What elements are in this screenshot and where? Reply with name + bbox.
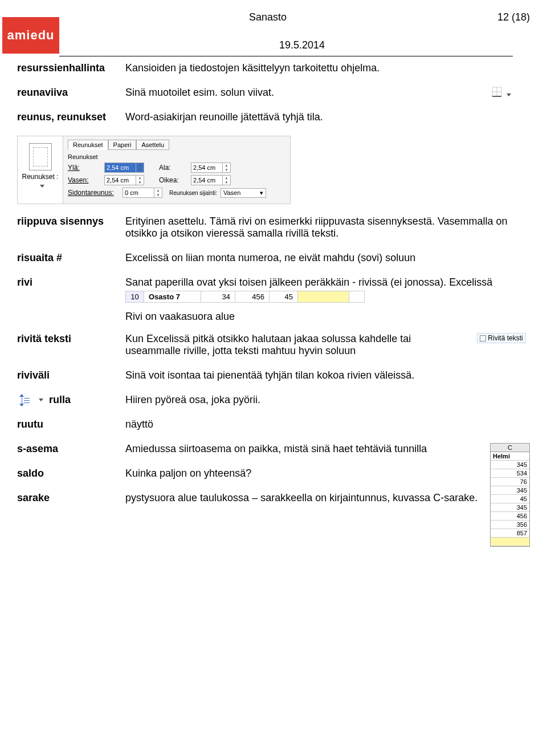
input-top-margin[interactable]: 2,54 cm▲▼ — [104, 162, 144, 173]
tab-paperi[interactable]: Paperi — [108, 140, 137, 150]
entry-saldo: saldo Kuinka paljon on yhteensä? — [17, 468, 484, 479]
line-spacing-icon[interactable] — [17, 395, 30, 405]
row-number-cell: 10 — [126, 291, 144, 302]
term: reunaviiva — [17, 87, 125, 99]
label-vasen: Vasen: — [68, 176, 101, 184]
definition: pystysuora alue taulukossa – sarakkeella… — [125, 492, 484, 504]
definition: Kuinka paljon on yhteensä? — [125, 468, 484, 479]
entry-reunaviiva: reunaviiva Sinä muotoilet esim. solun vi… — [17, 87, 530, 99]
chevron-down-icon — [39, 399, 43, 401]
section-heading: Reunukset — [68, 153, 285, 160]
term: reunus, reunukset — [17, 111, 125, 123]
label-ala: Ala: — [159, 164, 187, 172]
tab-asettelu[interactable]: Asettelu — [136, 140, 169, 150]
border-grid-icon — [492, 87, 502, 97]
column-c-cell: 76 — [491, 478, 529, 486]
definition: näyttö — [125, 418, 530, 430]
column-c-cell: Helmi — [491, 452, 529, 461]
entry-reunus: reunus, reunukset Word-asiakirjan reunoi… — [17, 111, 530, 123]
entry-rivita-teksti: rivitä teksti Kun Excelissä pitkä otsikk… — [17, 333, 530, 357]
entry-resurssienhallinta: resurssienhallinta Kansioiden ja tiedost… — [17, 62, 530, 74]
column-c-cell: 345 — [491, 461, 529, 469]
doc-date: 19.5.2014 — [17, 39, 530, 51]
column-c-cell: 456 — [491, 512, 529, 521]
input-left-margin[interactable]: 2,54 cm▲▼ — [104, 175, 144, 185]
logo: amiedu — [2, 17, 59, 57]
column-c-cell: 857 — [491, 529, 529, 538]
input-gutter[interactable]: 0 cm▲▼ — [123, 188, 162, 198]
header-divider — [17, 56, 513, 56]
excel-row-example: 10 Osasto 7 34 456 45 — [125, 291, 365, 303]
page-number: 12 (18) — [462, 11, 530, 23]
definition: Kansioiden ja tiedostojen käsittelyyn ta… — [125, 62, 530, 74]
margins-side-label[interactable]: Reunukset : — [20, 173, 60, 181]
label-oikea: Oikea: — [159, 176, 187, 184]
chevron-down-icon — [40, 185, 44, 188]
rivi-extra-note: Rivi on vaakasuora alue — [125, 311, 530, 323]
column-c-cell-highlight — [491, 538, 529, 546]
checkbox-icon — [480, 335, 486, 342]
page-setup-dialog: Reunukset : Reunukset Paperi Asettelu Re… — [17, 136, 291, 204]
term: resurssienhallinta — [17, 62, 125, 74]
entry-risuaita: risuaita # Excelissä on liian monta nume… — [17, 252, 530, 264]
entry-s-asema: s-asema Amiedussa siirtoasema on paikka,… — [17, 443, 484, 455]
entry-rivi: rivi Sanat paperilla ovat yksi toisen jä… — [17, 277, 530, 288]
tab-reunukset[interactable]: Reunukset — [68, 140, 108, 150]
chevron-down-icon — [507, 94, 511, 96]
term: riviväli — [17, 369, 125, 381]
term: s-asema — [17, 443, 125, 455]
definition: Amiedussa siirtoasema on paikka, mistä s… — [125, 443, 484, 455]
doc-title: Sanasto — [17, 11, 462, 23]
definition: Sinä voit isontaa tai pienentää tyhjän t… — [125, 369, 530, 381]
select-gutter-position[interactable]: Vasen▾ — [221, 188, 266, 198]
column-c-cell: 45 — [491, 495, 529, 503]
cell-a: Osasto 7 — [144, 291, 201, 302]
term: rivitä teksti — [17, 333, 125, 345]
definition: Sinä muotoilet esim. solun viivat. — [125, 87, 473, 99]
definition: Hiiren pyöreä osa, joka pyörii. — [125, 394, 530, 406]
label-sijainti: Reunuksen sijainti: — [169, 190, 217, 196]
entry-ruutu: ruutu näyttö — [17, 418, 530, 430]
label-yla: Ylä: — [68, 164, 101, 172]
term: sarake — [17, 492, 125, 504]
entry-riippuva-sisennys: riippuva sisennys Erityinen asettelu. Tä… — [17, 216, 530, 239]
input-bottom-margin[interactable]: 2,54 cm▲▼ — [191, 162, 231, 173]
definition: Word-asiakirjan reunoille jätettävä tyhj… — [125, 111, 530, 123]
cell-highlight — [298, 291, 349, 302]
column-c-cell: 356 — [491, 521, 529, 529]
term: rivi — [17, 277, 125, 288]
entry-sarake: sarake pystysuora alue taulukossa – sara… — [17, 492, 484, 504]
column-header-c: C — [491, 444, 529, 452]
definition: Erityinen asettelu. Tämä rivi on esimerk… — [125, 216, 530, 239]
definition: Sanat paperilla ovat yksi toisen jälkeen… — [125, 277, 530, 288]
cell-c: 456 — [235, 291, 270, 302]
cell-b: 34 — [201, 291, 235, 302]
term: riippuva sisennys — [17, 216, 125, 227]
column-c-example: C Helmi 345 534 76 345 45 345 456 356 85… — [490, 443, 530, 547]
border-dropdown-icon[interactable] — [473, 87, 530, 99]
column-c-cell: 534 — [491, 469, 529, 478]
input-right-margin[interactable]: 2,54 cm▲▼ — [191, 175, 231, 185]
term: ruutu — [17, 418, 125, 430]
wrap-text-button[interactable]: Rivitä teksti — [477, 333, 525, 343]
column-c-cell: 345 — [491, 486, 529, 495]
cell-d: 45 — [270, 291, 298, 302]
term: risuaita # — [17, 252, 125, 264]
entry-rivivali: riviväli Sinä voit isontaa tai pienentää… — [17, 369, 530, 381]
term: rulla — [49, 394, 71, 406]
label-sidonta: Sidontareunus: — [68, 189, 119, 197]
margins-preview-icon — [29, 143, 52, 170]
definition: Excelissä on liian monta numeroa, ne eiv… — [125, 252, 530, 264]
definition: Kun Excelissä pitkä otsikko halutaan jak… — [125, 333, 473, 357]
term: saldo — [17, 468, 125, 479]
column-c-cell: 345 — [491, 503, 529, 512]
entry-rulla: rulla Hiiren pyöreä osa, joka pyörii. — [17, 394, 530, 406]
